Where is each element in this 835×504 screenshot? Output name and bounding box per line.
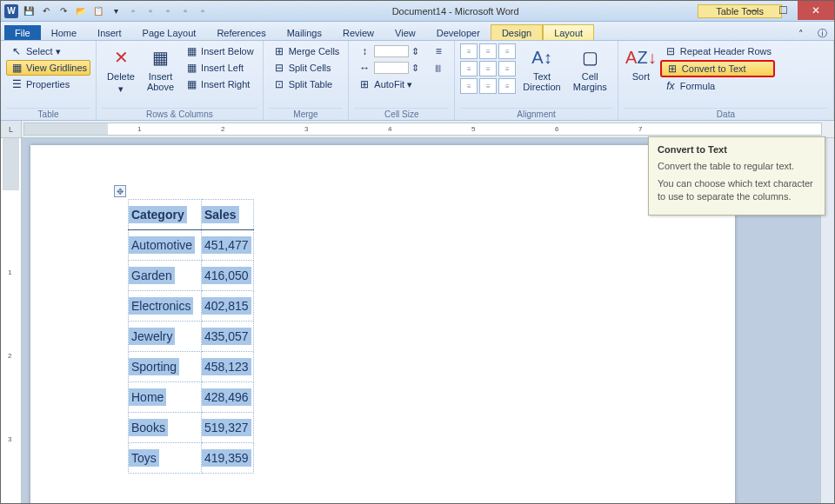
group-data-label: Data bbox=[624, 108, 828, 120]
qat-extra3-icon[interactable]: ▫ bbox=[161, 4, 175, 18]
table-row[interactable]: Automotive451,477 bbox=[129, 230, 254, 261]
qat-more-icon[interactable]: ▾ bbox=[109, 4, 123, 18]
sort-button[interactable]: AZ↓Sort bbox=[624, 43, 658, 83]
col-width-field[interactable]: ↔ ⇕ bbox=[354, 60, 423, 76]
distribute-cols-button[interactable]: ⫼ bbox=[428, 60, 449, 76]
tab-mailings[interactable]: Mailings bbox=[277, 25, 332, 40]
document-table[interactable]: Category Sales Automotive451,477Garden41… bbox=[128, 199, 254, 474]
cell-margins-button[interactable]: ▢Cell Margins bbox=[568, 43, 612, 94]
maximize-button[interactable]: ☐ bbox=[768, 1, 798, 20]
row-height-field[interactable]: ↕ ⇕ bbox=[354, 43, 423, 59]
window-title: Document14 - Microsoft Word bbox=[213, 6, 698, 17]
merge-cells-button[interactable]: ⊞Merge Cells bbox=[269, 43, 344, 59]
formula-button[interactable]: fxFormula bbox=[660, 78, 775, 94]
autofit-label: AutoFit bbox=[374, 79, 404, 90]
cell-category[interactable]: Electronics bbox=[129, 297, 193, 315]
table-row[interactable]: Garden416,050 bbox=[129, 261, 254, 291]
text-direction-button[interactable]: A↕Text Direction bbox=[518, 43, 565, 94]
table-row[interactable]: Toys419,359 bbox=[129, 443, 254, 474]
ribbon: ↖Select ▾ ▦View Gridlines ☰Properties Ta… bbox=[1, 41, 834, 121]
qat-undo-icon[interactable]: ↶ bbox=[39, 4, 53, 18]
qat-paste-icon[interactable]: 📋 bbox=[91, 4, 105, 18]
qat-extra2-icon[interactable]: ▫ bbox=[144, 4, 157, 18]
tab-insert[interactable]: Insert bbox=[87, 25, 132, 40]
properties-button[interactable]: ☰Properties bbox=[6, 76, 90, 92]
document-page[interactable]: ✥ Category Sales Automotive451,477Garden… bbox=[30, 145, 735, 504]
ribbon-minimize-icon[interactable]: ˄ bbox=[792, 29, 811, 40]
split-label: Split Cells bbox=[289, 63, 331, 73]
cell-sales[interactable]: 428,496 bbox=[202, 388, 251, 406]
cell-category[interactable]: Sporting bbox=[129, 358, 179, 375]
qat-save-icon[interactable]: 💾 bbox=[22, 4, 36, 18]
table-header-row[interactable]: Category Sales bbox=[129, 200, 254, 230]
header-sales[interactable]: Sales bbox=[202, 206, 239, 223]
insert-above-label: Insert Above bbox=[147, 71, 174, 92]
table-move-handle[interactable]: ✥ bbox=[114, 185, 126, 197]
insert-right-button[interactable]: ▦Insert Right bbox=[181, 76, 257, 92]
qat-redo-icon[interactable]: ↷ bbox=[57, 4, 70, 18]
cell-sales[interactable]: 419,359 bbox=[202, 449, 251, 467]
horizontal-ruler[interactable]: 1234567 bbox=[23, 123, 822, 136]
cell-sales[interactable]: 416,050 bbox=[202, 267, 251, 284]
cell-sales[interactable]: 519,327 bbox=[202, 419, 251, 436]
qat-extra1-icon[interactable]: ▫ bbox=[126, 4, 140, 18]
tab-view[interactable]: View bbox=[384, 25, 426, 40]
split-table-button[interactable]: ⊡Split Table bbox=[269, 76, 344, 92]
insert-above-button[interactable]: ▦Insert Above bbox=[142, 43, 179, 94]
cursor-icon: ↖ bbox=[10, 44, 23, 58]
help-icon[interactable]: ⓘ bbox=[811, 27, 834, 40]
view-gridlines-button[interactable]: ▦View Gridlines bbox=[6, 60, 90, 76]
insert-below-button[interactable]: ▦Insert Below bbox=[181, 43, 257, 59]
select-button[interactable]: ↖Select ▾ bbox=[6, 43, 90, 59]
qat-extra4-icon[interactable]: ▫ bbox=[178, 4, 192, 18]
qat-open-icon[interactable]: 📂 bbox=[74, 4, 88, 18]
insert-above-icon: ▦ bbox=[149, 45, 173, 70]
table-row[interactable]: Jewelry435,057 bbox=[129, 322, 254, 352]
cell-category[interactable]: Toys bbox=[129, 449, 159, 467]
close-button[interactable]: ✕ bbox=[798, 1, 834, 20]
tab-file[interactable]: File bbox=[4, 25, 41, 40]
cell-category[interactable]: Home bbox=[129, 388, 166, 406]
tab-review[interactable]: Review bbox=[332, 25, 384, 40]
merge-label: Merge Cells bbox=[289, 46, 340, 56]
split-cells-button[interactable]: ⊟Split Cells bbox=[269, 60, 344, 76]
word-app-icon[interactable]: W bbox=[4, 4, 18, 18]
distribute-rows-button[interactable]: ≡ bbox=[428, 43, 449, 59]
cell-sales[interactable]: 435,057 bbox=[202, 328, 251, 345]
ribbon-tabs: File Home Insert Page Layout References … bbox=[1, 22, 834, 41]
minimize-button[interactable]: — bbox=[738, 1, 768, 20]
table-row[interactable]: Sporting458,123 bbox=[129, 352, 254, 382]
delete-button[interactable]: ✕Delete▾ bbox=[102, 43, 140, 96]
insert-left-button[interactable]: ▦Insert Left bbox=[181, 60, 257, 76]
vertical-ruler[interactable]: 123 bbox=[1, 138, 22, 503]
cell-category[interactable]: Jewelry bbox=[129, 328, 175, 345]
cell-sales[interactable]: 451,477 bbox=[202, 236, 251, 254]
cell-category[interactable]: Garden bbox=[129, 267, 175, 284]
table-row[interactable]: Electronics402,815 bbox=[129, 291, 254, 322]
tab-design[interactable]: Design bbox=[491, 24, 543, 40]
cell-category[interactable]: Automotive bbox=[129, 236, 195, 254]
group-alignment: ≡≡≡≡≡≡≡≡≡ A↕Text Direction ▢Cell Margins… bbox=[455, 41, 618, 120]
split-table-icon: ⊡ bbox=[272, 77, 286, 91]
qat-extra5-icon[interactable]: ▫ bbox=[196, 4, 210, 18]
cell-sales[interactable]: 458,123 bbox=[202, 358, 251, 375]
repeat-header-rows-button[interactable]: ⊟Repeat Header Rows bbox=[660, 43, 775, 59]
cell-category[interactable]: Books bbox=[129, 419, 168, 436]
header-category[interactable]: Category bbox=[129, 206, 187, 223]
tab-layout[interactable]: Layout bbox=[543, 24, 594, 40]
text-direction-icon: A↕ bbox=[530, 45, 554, 70]
grid-icon: ▦ bbox=[10, 61, 23, 75]
group-rows-columns-label: Rows & Columns bbox=[102, 108, 257, 120]
cell-sales[interactable]: 402,815 bbox=[202, 297, 251, 315]
convert-icon: ⊞ bbox=[665, 62, 679, 76]
tab-references[interactable]: References bbox=[206, 25, 276, 40]
tab-home[interactable]: Home bbox=[41, 25, 87, 40]
table-row[interactable]: Books519,327 bbox=[129, 413, 254, 443]
convert-to-text-button[interactable]: ⊞Convert to Text bbox=[660, 60, 775, 77]
tab-page-layout[interactable]: Page Layout bbox=[132, 25, 207, 40]
tab-developer[interactable]: Developer bbox=[426, 25, 491, 40]
group-table-label: Table bbox=[6, 108, 90, 120]
table-row[interactable]: Home428,496 bbox=[129, 382, 254, 413]
autofit-button[interactable]: ⊞AutoFit ▾ bbox=[354, 76, 423, 92]
alignment-grid[interactable]: ≡≡≡≡≡≡≡≡≡ bbox=[460, 43, 516, 94]
